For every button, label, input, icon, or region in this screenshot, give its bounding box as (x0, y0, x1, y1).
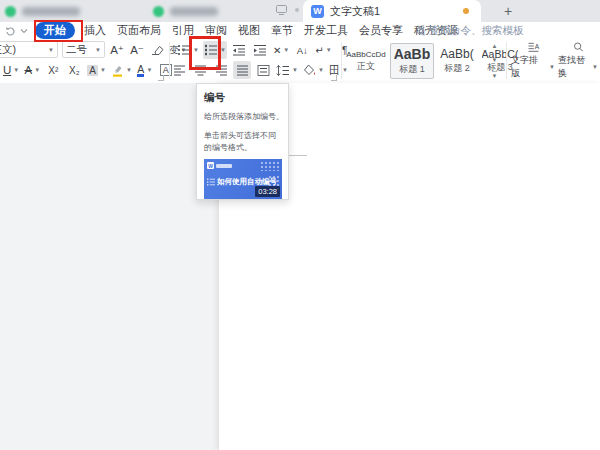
wps-logo-text-blur (216, 164, 232, 168)
menu-tab-member[interactable]: 会员专享 (357, 22, 405, 39)
shrink-font-button[interactable]: A⁻ (128, 41, 146, 59)
bullet-list-button[interactable]: ▼ (176, 41, 200, 59)
ribbon-menu-bar: 开始 插入 页面布局 引用 审阅 视图 章节 开发工具 会员专享 稻壳资源 查找… (0, 22, 600, 39)
tutorial-video-thumbnail[interactable]: W 如何使用自动编号 03:28 (204, 159, 282, 199)
chevron-down-icon: ▼ (95, 47, 101, 53)
style-normal[interactable]: AaBbCcDd 正文 (344, 43, 388, 79)
line-spacing-button[interactable]: ▼ (275, 61, 299, 79)
menu-tab-page-layout[interactable]: 页面布局 (115, 22, 163, 39)
underline-button[interactable]: U▼ (2, 61, 20, 79)
subscript-button[interactable]: X₂ (65, 61, 83, 79)
font-color-button[interactable]: A▼ (136, 61, 154, 79)
svg-text:A: A (534, 43, 539, 50)
align-center-button[interactable] (191, 61, 209, 79)
chevron-down-icon: ▼ (100, 67, 106, 73)
style-heading1[interactable]: AaBb 标题 1 (390, 43, 434, 79)
text-tool-button[interactable]: ✕▼ (272, 41, 290, 59)
align-right-button[interactable] (212, 61, 230, 79)
style-sample: AaBb (394, 46, 431, 62)
bullet-list-icon (177, 44, 191, 56)
styles-more-button[interactable]: ▼ (492, 71, 498, 79)
chevron-down-icon[interactable] (20, 28, 28, 34)
sort-button[interactable]: A↓ (293, 41, 311, 59)
char-shading-glyph: A (87, 65, 98, 76)
wps-logo-icon: W (207, 162, 214, 169)
align-center-icon (194, 65, 207, 76)
superscript-button[interactable]: X² (44, 61, 62, 79)
document-tab[interactable]: W 文字文稿1 (303, 0, 481, 22)
chevron-down-icon: ▼ (193, 47, 199, 53)
style-heading2[interactable]: AaBb( 标题 2 (436, 43, 478, 79)
chevron-down-icon: ▼ (34, 67, 40, 73)
font-size-combobox[interactable]: 二号▼ (62, 41, 105, 58)
align-left-button[interactable] (170, 61, 188, 79)
paragraph-group-launcher[interactable] (331, 75, 337, 81)
line-spacing-icon (276, 65, 290, 76)
chevron-down-icon: ▼ (592, 64, 598, 70)
menu-tab-review[interactable]: 审阅 (203, 22, 229, 39)
eraser-icon (151, 44, 164, 56)
font-name-value: 宋体(正文) (0, 43, 16, 57)
justify-icon (236, 65, 249, 76)
grow-font-button[interactable]: A⁺ (108, 41, 126, 59)
strikethrough-button[interactable]: A▼ (23, 61, 41, 79)
blurred-home-tab[interactable] (5, 2, 80, 20)
paint-bucket-icon (303, 64, 316, 76)
find-replace-label: 查找替换 (558, 54, 589, 80)
text-tool-glyph: ✕ (273, 45, 281, 56)
highlight-color-button[interactable]: ▼ (110, 61, 133, 79)
decrease-indent-button[interactable] (230, 41, 248, 59)
distribute-text-button[interactable] (254, 61, 272, 79)
app-logo-icon (153, 6, 164, 17)
numbered-list-icon (207, 178, 215, 186)
chevron-down-icon: ▼ (126, 67, 132, 73)
highlighter-icon (111, 64, 124, 77)
menu-tab-references[interactable]: 引用 (170, 22, 196, 39)
chevron-down-icon: ▼ (292, 67, 298, 73)
increase-indent-button[interactable] (251, 41, 269, 59)
tooltip-description-1: 给所选段落添加编号。 (204, 111, 282, 123)
justify-button[interactable] (233, 61, 251, 79)
style-label: 标题 2 (444, 62, 470, 75)
underline-glyph: U (3, 64, 11, 76)
tooltip-description-2: 单击箭头可选择不同的编号格式。 (204, 130, 282, 154)
command-search[interactable]: 查找命令、搜索模板 (416, 24, 524, 38)
chevron-down-icon: ▼ (283, 47, 289, 53)
find-replace-button[interactable]: 查找替换▼ (558, 42, 598, 80)
new-tab-button[interactable]: + (498, 1, 518, 21)
chevron-down-icon: ▼ (220, 47, 226, 53)
font-group-launcher[interactable] (158, 75, 164, 81)
writer-doc-icon: W (311, 5, 324, 18)
app-logo-icon (5, 6, 16, 17)
undo-icon[interactable] (5, 26, 16, 36)
numbering-tooltip: 编号 给所选段落添加编号。 单击箭头可选择不同的编号格式。 W 如何使用自动编号… (196, 83, 289, 200)
font-name-combobox[interactable]: 宋体(正文)▼ (0, 41, 58, 58)
text-layout-button[interactable]: A 文字排版▼ (511, 42, 555, 80)
chevron-down-icon: ▼ (13, 67, 19, 73)
font-size-value: 二号 (66, 43, 87, 57)
menu-tab-home[interactable]: 开始 (35, 22, 75, 39)
strikethrough-glyph: A (24, 64, 32, 76)
menu-tab-insert[interactable]: 插入 (82, 22, 108, 39)
style-sample: AaBb( (440, 47, 473, 61)
document-workspace (0, 83, 600, 450)
wrap-glyph: ↵ (315, 45, 323, 56)
clear-formatting-button[interactable] (148, 41, 166, 59)
chevron-down-icon: ▼ (146, 67, 152, 73)
styles-scroll-up-button[interactable]: ▲ (492, 43, 498, 49)
menu-tab-section[interactable]: 章节 (269, 22, 295, 39)
numbering-button[interactable]: ▼ (203, 41, 227, 59)
chevron-down-icon: ▼ (549, 64, 555, 70)
style-sample: AaBbCcDd (346, 50, 386, 59)
menu-tab-dev-tools[interactable]: 开发工具 (302, 22, 350, 39)
character-shading-button[interactable]: A▼ (86, 61, 107, 79)
wps-writer-window: W 文字文稿1 + 开始 插入 页面布局 引用 审阅 视图 章节 开发工具 会员… (0, 0, 600, 450)
blurred-document-tab[interactable] (153, 2, 218, 20)
menu-tab-view[interactable]: 视图 (236, 22, 262, 39)
styles-scroll-down-button[interactable]: ▼ (492, 57, 498, 63)
blurred-tab-label (22, 7, 80, 16)
shading-button[interactable]: ▼ (302, 61, 325, 79)
monitor-icon[interactable] (276, 5, 287, 15)
style-label: 标题 1 (399, 63, 425, 76)
wrap-settings-button[interactable]: ↵▼ (314, 41, 332, 59)
